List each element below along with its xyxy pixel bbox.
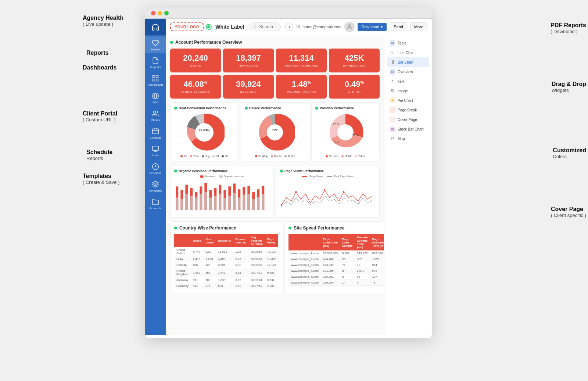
annotation-customized-colors: Customized Colors xyxy=(553,147,586,159)
svg-point-20 xyxy=(337,124,354,140)
svg-line-14 xyxy=(256,28,257,28)
sidebar-item-seo[interactable]: SEO xyxy=(145,89,166,106)
goal-conversion-pie: 72.63% xyxy=(184,112,225,153)
folder-icon xyxy=(152,198,159,206)
sidebar-item-dashboards[interactable]: Dashboards xyxy=(145,72,166,89)
svg-rect-31 xyxy=(190,196,193,210)
svg-rect-39 xyxy=(209,197,212,210)
send-button[interactable]: Send xyxy=(390,22,407,31)
header-right: + Hi, name@company.com Download ▾ Send xyxy=(285,22,427,32)
widget-item-table[interactable]: ⊞Table xyxy=(387,38,429,48)
stat-new-users: 18,397 NEW USERS xyxy=(223,49,274,72)
overview-section-title: Account Performance Overview xyxy=(170,40,380,45)
organic-sessions-bar-chart xyxy=(174,179,270,212)
sidebar-label-portal: Portal xyxy=(152,154,159,157)
sidebar-label-clients: Clients xyxy=(151,118,160,122)
table-row: Australia8717891,8330.7300:09:049,334 xyxy=(174,277,278,283)
svg-marker-12 xyxy=(153,181,159,184)
search-box[interactable] xyxy=(249,22,281,31)
close-button-dot[interactable] xyxy=(151,11,155,15)
annotation-schedule: Schedule Reports xyxy=(86,149,112,161)
widget-item-pie-chart[interactable]: ◔Pie Chart xyxy=(387,96,429,105)
user-email: Hi, name@company.com xyxy=(296,25,341,29)
widget-item-overview[interactable]: ⊟Overview xyxy=(387,67,429,76)
maximize-button-dot[interactable] xyxy=(164,11,169,15)
line-chart-icon: ∿ xyxy=(390,50,395,56)
svg-rect-51 xyxy=(238,197,240,210)
table-row: India2,4132,2334,4583.4700:06:4818,452 xyxy=(174,256,278,262)
svg-rect-8 xyxy=(153,146,159,151)
svg-rect-45 xyxy=(223,198,226,210)
position-performance-pie: 27.52 30.04 29.84 xyxy=(325,112,366,153)
report-main: Account Performance Overview 20,240 USER… xyxy=(166,35,384,335)
svg-text:27.52: 27.52 xyxy=(333,123,340,125)
goal-conversion-chart: Goal Conversion Performance xyxy=(170,102,239,161)
position-performance-chart: Position Performance 2 xyxy=(311,102,380,161)
svg-point-16 xyxy=(195,123,214,142)
headset-icon xyxy=(151,23,159,31)
heart-icon xyxy=(152,39,159,47)
widget-item-line-chart[interactable]: ∿Line Chart xyxy=(387,48,429,57)
sidebar-label-templates: Templates xyxy=(149,189,162,192)
country-table: Users New Users Sessions Bounce rate (%)… xyxy=(174,234,278,289)
sidebar-label-accounts: Accounts xyxy=(150,207,162,210)
svg-rect-27 xyxy=(180,199,183,210)
stat-organic-searches: 11,314 ORGANIC SEARCHES xyxy=(276,49,327,72)
bottom-charts: Organic Sessions Performance Sessions Or… xyxy=(170,165,380,218)
country-table-body: United States8,7478.1515,5991.2600:09:58… xyxy=(174,247,278,289)
page-views-chart: Page Views Performance Page Views Past P… xyxy=(276,165,380,218)
svg-rect-7 xyxy=(153,129,159,133)
widget-list: ⊞Table∿Line Chart▐Bar Chart⊟OverviewTTex… xyxy=(387,38,429,143)
widget-item-image[interactable]: 🖼Image xyxy=(387,86,429,96)
widget-item-stack-bar-chart[interactable]: ▤Stack Bar Chart xyxy=(387,124,429,134)
widget-item-bar-chart[interactable]: ▐Bar Chart xyxy=(387,57,429,67)
widget-item-map[interactable]: 🗺Map xyxy=(387,134,429,143)
svg-point-18 xyxy=(267,124,283,140)
sidebar-item-reports[interactable]: Reports xyxy=(145,54,166,71)
download-button[interactable]: Download ▾ xyxy=(358,23,387,31)
search-input[interactable] xyxy=(259,24,276,29)
users-icon xyxy=(152,110,159,117)
grid-icon xyxy=(152,75,159,82)
svg-rect-49 xyxy=(233,193,236,210)
svg-text:29.84: 29.84 xyxy=(333,141,340,144)
sidebar-item-clients[interactable]: Clients xyxy=(145,107,166,124)
sidebar-item-portal[interactable]: Portal xyxy=(145,142,166,159)
sidebar-label-seo: SEO xyxy=(153,101,159,104)
add-button[interactable]: + xyxy=(285,23,293,31)
table-row: www.example_6.com120,06014076 xyxy=(288,280,384,286)
annotation-dashboards: Dashboards xyxy=(83,64,116,71)
stats-grid: 20,240 USERS 18,397 NEW USERS 11,314 ORG… xyxy=(170,49,380,99)
device-performance-legend: Desktop Mobile Tablet xyxy=(255,155,295,157)
stat-sessions: 39,924 SESSIONS xyxy=(223,75,274,99)
logo-area: YOUR LOGO xyxy=(170,22,211,31)
annotation-templates: Templates ( Create & Save ) xyxy=(83,173,119,185)
table-row: www.example_2.com434,766263821785 xyxy=(288,256,384,262)
sidebar-item-accounts[interactable]: Accounts xyxy=(145,195,166,212)
svg-rect-25 xyxy=(176,197,178,210)
more-button[interactable]: More xyxy=(410,22,427,31)
speed-table-body: www.example_1.com52,963,3035,268349,7275… xyxy=(288,250,384,286)
table-row: United States8,7478.1515,5991.2600:09:58… xyxy=(174,247,278,256)
widget-item-cover-page[interactable]: 📄Cover Page xyxy=(387,115,429,124)
text-icon: T xyxy=(390,78,395,84)
user-avatar xyxy=(344,22,355,32)
minimize-button-dot[interactable] xyxy=(158,11,162,15)
svg-rect-35 xyxy=(200,194,202,210)
annotation-cover-page: Cover Page ( Client specific ) xyxy=(551,206,586,218)
svg-rect-33 xyxy=(195,197,197,210)
widget-item-page-break[interactable]: ⎼Page Break xyxy=(387,105,429,115)
sidebar-item-schedule[interactable]: Schedule xyxy=(145,160,166,177)
sidebar-item-templates[interactable]: Templates xyxy=(145,178,166,195)
svg-rect-61 xyxy=(262,194,264,210)
svg-rect-37 xyxy=(204,192,207,210)
svg-rect-55 xyxy=(247,194,250,210)
sidebar-item-health[interactable]: Health xyxy=(145,36,166,53)
sidebar-label-health: Health xyxy=(151,48,159,51)
stack-bar-chart-icon: ▤ xyxy=(390,126,395,132)
table-row: Canada5068202,0910.4800:09:3012,126 xyxy=(174,262,278,268)
contacts-icon xyxy=(152,128,159,135)
widget-item-text[interactable]: TText xyxy=(387,76,429,86)
white-label-text: White Label xyxy=(215,24,244,30)
sidebar-item-contacts[interactable]: Contacts xyxy=(145,125,166,142)
